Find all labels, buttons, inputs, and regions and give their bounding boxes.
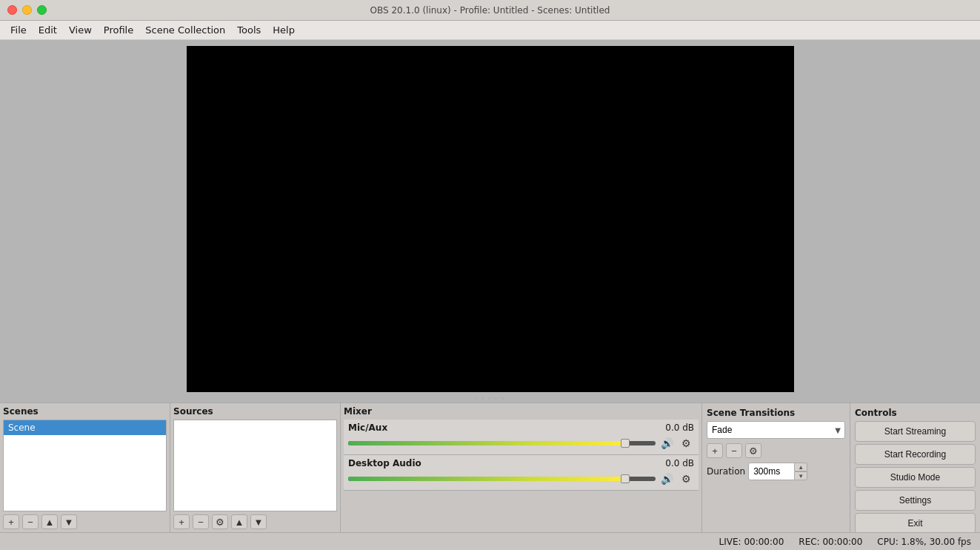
sources-list bbox=[173, 420, 337, 511]
sources-remove-button[interactable]: − bbox=[193, 514, 209, 529]
transition-select-wrapper: Fade Cut Swipe Slide Stinger Luma Wipe ▼ bbox=[707, 421, 845, 439]
rec-status: REC: 00:00:00 bbox=[799, 537, 862, 547]
sources-toolbar: + − ⚙ ▲ ▼ bbox=[173, 514, 337, 529]
channel-name-desktop: Desktop Audio bbox=[348, 458, 421, 468]
scene-item[interactable]: Scene bbox=[4, 420, 166, 435]
scene-list: Scene bbox=[3, 420, 167, 511]
resize-handle[interactable]: · · · · · bbox=[0, 395, 980, 402]
mixer-panel: Mixer Mic/Aux 0.0 dB 🔊 ⚙ bbox=[341, 403, 702, 532]
minimize-button[interactable] bbox=[22, 5, 32, 15]
fader-fill-desktop bbox=[348, 477, 625, 481]
maximize-button[interactable] bbox=[37, 5, 47, 15]
mixer-title: Mixer bbox=[344, 406, 699, 417]
scenes-title: Scenes bbox=[3, 406, 167, 417]
mixer-channel-header-desktop: Desktop Audio 0.0 dB bbox=[348, 458, 694, 468]
fader-handle-mic[interactable] bbox=[621, 439, 630, 448]
start-recording-button[interactable]: Start Recording bbox=[855, 444, 976, 465]
sources-add-button[interactable]: + bbox=[173, 514, 190, 529]
fader-track-desktop[interactable] bbox=[348, 477, 656, 481]
duration-label: Duration bbox=[707, 466, 745, 477]
duration-up-button[interactable]: ▲ bbox=[794, 463, 807, 471]
channel-name-mic: Mic/Aux bbox=[348, 423, 387, 433]
menu-help[interactable]: Help bbox=[267, 22, 301, 38]
scenes-panel: Scenes Scene + − ▲ ▼ bbox=[0, 403, 170, 532]
live-status: LIVE: 00:00:00 bbox=[719, 537, 784, 547]
menu-scene-collection[interactable]: Scene Collection bbox=[139, 22, 231, 38]
transitions-panel: Scene Transitions Fade Cut Swipe Slide S… bbox=[702, 403, 850, 532]
settings-button-desktop[interactable]: ⚙ bbox=[678, 471, 694, 487]
transition-remove-button[interactable]: − bbox=[726, 443, 742, 458]
menu-file[interactable]: File bbox=[4, 22, 33, 38]
mixer-scroll: Mic/Aux 0.0 dB 🔊 ⚙ Desk bbox=[344, 420, 699, 529]
duration-down-button[interactable]: ▼ bbox=[794, 471, 807, 480]
sources-settings-button[interactable]: ⚙ bbox=[212, 514, 228, 529]
preview-area bbox=[0, 40, 980, 395]
cpu-status: CPU: 1.8%, 30.00 fps bbox=[877, 537, 971, 547]
window-controls bbox=[7, 5, 47, 15]
scenes-up-button[interactable]: ▲ bbox=[41, 514, 58, 529]
scenes-down-button[interactable]: ▼ bbox=[61, 514, 77, 529]
menu-view[interactable]: View bbox=[63, 22, 98, 38]
mixer-channel-desktop: Desktop Audio 0.0 dB 🔊 ⚙ bbox=[344, 455, 699, 491]
transition-add-button[interactable]: + bbox=[707, 443, 723, 458]
scenes-remove-button[interactable]: − bbox=[22, 514, 39, 529]
menubar: File Edit View Profile Scene Collection … bbox=[0, 21, 980, 40]
scenes-toolbar: + − ▲ ▼ bbox=[3, 514, 167, 529]
transition-settings-button[interactable]: ⚙ bbox=[745, 443, 761, 458]
sources-panel: Sources + − ⚙ ▲ ▼ bbox=[170, 403, 341, 532]
menu-tools[interactable]: Tools bbox=[231, 22, 267, 38]
statusbar: LIVE: 00:00:00 REC: 00:00:00 CPU: 1.8%, … bbox=[0, 532, 980, 550]
mute-button-mic[interactable]: 🔊 bbox=[659, 435, 675, 451]
main-area: · · · · · Scenes Scene + − ▲ ▼ Sources +… bbox=[0, 40, 980, 532]
sources-up-button[interactable]: ▲ bbox=[231, 514, 247, 529]
settings-button-mic[interactable]: ⚙ bbox=[678, 435, 694, 451]
mute-button-desktop[interactable]: 🔊 bbox=[659, 471, 675, 487]
sources-title: Sources bbox=[173, 406, 337, 417]
controls-panel: Controls Start Streaming Start Recording… bbox=[850, 403, 980, 532]
fader-row-desktop: 🔊 ⚙ bbox=[348, 471, 694, 487]
mixer-channel-mic: Mic/Aux 0.0 dB 🔊 ⚙ bbox=[344, 420, 699, 455]
start-streaming-button[interactable]: Start Streaming bbox=[855, 421, 976, 442]
close-button[interactable] bbox=[7, 5, 17, 15]
bottom-panels: Scenes Scene + − ▲ ▼ Sources + − ⚙ ▲ ▼ bbox=[0, 402, 980, 532]
sources-down-button[interactable]: ▼ bbox=[250, 514, 267, 529]
fader-handle-desktop[interactable] bbox=[621, 474, 630, 483]
channel-db-mic: 0.0 dB bbox=[665, 423, 694, 433]
fader-row-mic: 🔊 ⚙ bbox=[348, 435, 694, 451]
exit-button[interactable]: Exit bbox=[855, 513, 976, 534]
fader-track-mic[interactable] bbox=[348, 441, 656, 445]
channel-db-desktop: 0.0 dB bbox=[665, 458, 694, 468]
preview-canvas bbox=[187, 46, 794, 392]
menu-edit[interactable]: Edit bbox=[33, 22, 63, 38]
studio-mode-button[interactable]: Studio Mode bbox=[855, 467, 976, 488]
titlebar: OBS 20.1.0 (linux) - Profile: Untitled -… bbox=[0, 0, 980, 21]
window-title: OBS 20.1.0 (linux) - Profile: Untitled -… bbox=[370, 5, 610, 16]
settings-button[interactable]: Settings bbox=[855, 490, 976, 511]
controls-title: Controls bbox=[855, 408, 976, 418]
transitions-title: Scene Transitions bbox=[707, 408, 845, 418]
duration-row: Duration ▲ ▼ bbox=[707, 463, 845, 480]
fader-fill-mic bbox=[348, 441, 625, 445]
transition-select[interactable]: Fade Cut Swipe Slide Stinger Luma Wipe bbox=[707, 421, 845, 439]
scenes-add-button[interactable]: + bbox=[3, 514, 19, 529]
menu-profile[interactable]: Profile bbox=[98, 22, 139, 38]
duration-input-wrap: ▲ ▼ bbox=[748, 463, 807, 480]
transition-toolbar: + − ⚙ bbox=[707, 443, 845, 458]
duration-spinners: ▲ ▼ bbox=[794, 463, 807, 480]
mixer-channel-header-mic: Mic/Aux 0.0 dB bbox=[348, 423, 694, 433]
